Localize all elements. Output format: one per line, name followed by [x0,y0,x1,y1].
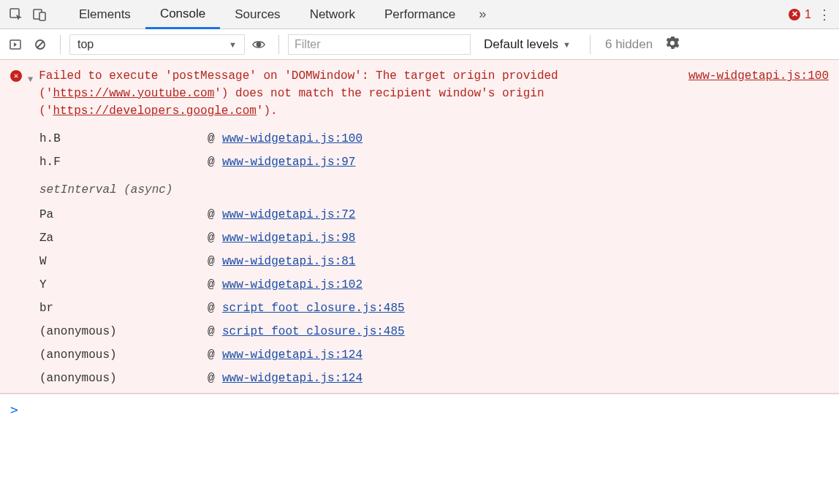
at-symbol: @ [208,323,222,340]
frame-function: h.B [39,130,208,148]
panel-tabs: Elements Console Sources Network Perform… [64,0,470,29]
frame-source-link[interactable]: script_foot_closure.js:485 [222,299,405,317]
error-message: Failed to execute 'postMessage' on 'DOMW… [39,67,668,120]
console-prompt[interactable]: > [0,394,839,424]
stack-frame: h.F @ www-widgetapi.js:97 [39,150,829,174]
toggle-sidebar-icon[interactable] [4,34,26,56]
origin-link-2[interactable]: https://developers.google.com [53,104,256,118]
devtools-top-bar: Elements Console Sources Network Perform… [0,0,839,29]
at-symbol: @ [208,299,222,317]
separator [590,35,591,54]
tab-elements[interactable]: Elements [64,0,145,29]
svg-rect-2 [39,12,45,20]
console-error-entry: ✕ ▼ Failed to execute 'postMessage' on '… [0,60,839,394]
stack-frame: Za @ www-widgetapi.js:98 [39,226,829,250]
at-symbol: @ [208,276,222,294]
stack-frame: (anonymous) @ www-widgetapi.js:124 [39,343,829,367]
origin-link-1[interactable]: https://www.youtube.com [53,87,214,100]
at-symbol: @ [208,206,222,224]
live-expression-icon[interactable] [248,34,270,56]
at-symbol: @ [208,130,222,148]
tab-performance[interactable]: Performance [370,0,470,29]
frame-source-link[interactable]: www-widgetapi.js:72 [222,206,355,224]
at-symbol: @ [208,346,222,364]
frame-source-link[interactable]: www-widgetapi.js:81 [222,253,355,270]
frame-function: br [39,299,208,317]
tab-sources[interactable]: Sources [220,0,295,29]
at-symbol: @ [208,153,222,171]
more-tabs-icon[interactable]: » [470,7,495,22]
at-symbol: @ [208,370,222,387]
error-icon: ✕ [789,9,800,20]
frame-function: Y [39,276,208,294]
device-toolbar-icon[interactable] [28,3,51,26]
stack-frame: (anonymous) @ script_foot_closure.js:485 [39,320,829,343]
stack-trace: h.B @ www-widgetapi.js:100 h.F @ www-wid… [39,127,829,390]
stack-frame: (anonymous) @ www-widgetapi.js:124 [39,367,829,390]
separator [60,35,61,54]
stack-frame: Pa @ www-widgetapi.js:72 [39,203,829,226]
inspect-element-icon[interactable] [4,3,28,26]
frame-function: (anonymous) [39,370,208,387]
more-options-icon[interactable]: ⋮ [814,7,835,23]
frame-source-link[interactable]: www-widgetapi.js:100 [222,130,362,148]
chevron-down-icon: ▼ [563,40,571,49]
svg-line-5 [37,42,43,47]
chevron-down-icon: ▼ [229,40,237,49]
hidden-count[interactable]: 6 hidden [599,37,658,52]
frame-function: Za [39,229,208,247]
clear-console-icon[interactable] [29,34,51,56]
frame-function: h.F [39,153,208,171]
stack-frame: h.B @ www-widgetapi.js:100 [39,127,829,150]
frame-function: Pa [39,206,208,224]
frame-source-link[interactable]: www-widgetapi.js:97 [222,153,355,171]
filter-input[interactable] [288,34,471,55]
frame-function: (anonymous) [39,346,208,364]
tab-network[interactable]: Network [295,0,370,29]
error-count: 1 [805,8,811,21]
context-value: top [77,38,94,51]
stack-frame: br @ script_foot_closure.js:485 [39,297,829,320]
frame-source-link[interactable]: script_foot_closure.js:485 [222,323,405,340]
frame-source-link[interactable]: www-widgetapi.js:124 [222,346,362,364]
frame-source-link[interactable]: www-widgetapi.js:98 [222,229,355,247]
error-count-badge[interactable]: ✕ 1 [789,8,811,21]
settings-icon[interactable] [661,37,683,52]
frame-function: (anonymous) [39,323,208,340]
stack-frame: W @ www-widgetapi.js:81 [39,250,829,273]
error-source-link[interactable]: www-widgetapi.js:100 [688,67,829,85]
at-symbol: @ [208,253,222,270]
disclosure-triangle-icon[interactable]: ▼ [28,71,33,88]
svg-point-6 [257,42,260,46]
frame-function: W [39,253,208,270]
async-boundary-label: setInterval (async) [39,174,829,203]
stack-frame: Y @ www-widgetapi.js:102 [39,273,829,297]
console-toolbar: top ▼ Default levels ▼ 6 hidden [0,29,839,60]
frame-source-link[interactable]: www-widgetapi.js:102 [222,276,362,294]
log-levels-selector[interactable]: Default levels ▼ [474,37,581,52]
separator [278,35,279,54]
frame-source-link[interactable]: www-widgetapi.js:124 [222,370,362,387]
at-symbol: @ [208,229,222,247]
log-levels-label: Default levels [484,37,558,52]
context-selector[interactable]: top ▼ [69,34,245,55]
error-icon: ✕ [10,70,22,82]
tab-console[interactable]: Console [145,0,220,29]
